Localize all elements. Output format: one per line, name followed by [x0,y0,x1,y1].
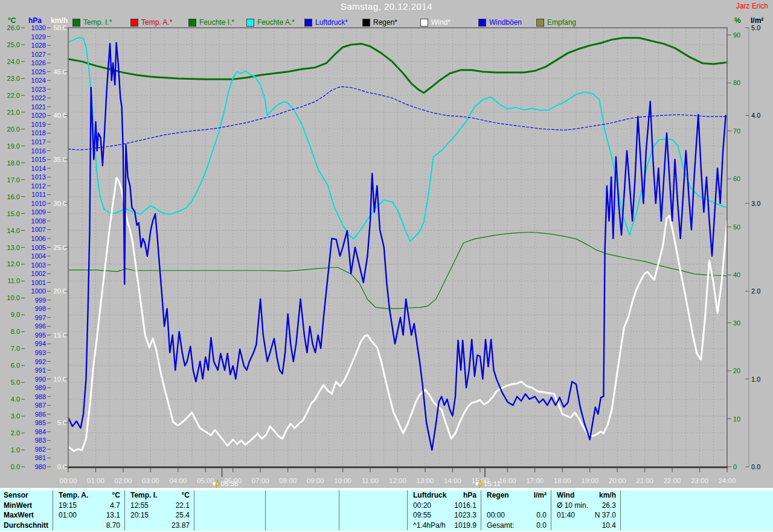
svg-text:1009: 1009 [31,208,46,216]
svg-text:50.0: 50.0 [54,24,66,31]
svg-text:0.0: 0.0 [751,463,760,470]
svg-text:05:00: 05:00 [197,477,214,484]
svg-text:0: 0 [733,463,737,470]
svg-text:02:00: 02:00 [115,477,132,484]
table-cell: 13.1 [56,510,120,520]
table-cell: 1016.1 [410,501,476,510]
svg-text:1026: 1026 [31,59,46,66]
svg-text:997: 997 [35,314,46,321]
svg-text:13.0: 13.0 [7,244,20,251]
table-group-empty [339,490,408,530]
table-cell: 8.70 [56,521,120,530]
svg-text:10.0: 10.0 [54,376,66,383]
svg-text:1017: 1017 [31,138,46,146]
svg-text:1028: 1028 [31,42,46,49]
svg-text:22:00: 22:00 [664,477,681,484]
svg-text:1030: 1030 [31,24,46,31]
svg-text:991: 991 [35,367,46,374]
svg-text:13:00: 13:00 [417,477,434,484]
svg-text:8.0: 8.0 [11,328,20,335]
svg-text:21:00: 21:00 [636,477,653,484]
svg-text:987: 987 [35,402,46,409]
table-cell: 25.4 [127,510,190,520]
svg-text:30: 30 [733,319,740,327]
svg-text:17:00: 17:00 [526,477,544,484]
svg-text:40: 40 [733,271,740,278]
table-group-empty [266,490,339,530]
svg-text:996: 996 [35,322,46,330]
svg-text:1008: 1008 [31,217,46,225]
svg-text:992: 992 [35,358,46,365]
svg-text:1015: 1015 [31,156,46,163]
svg-text:993: 993 [35,349,46,356]
svg-text:18:00: 18:00 [554,477,571,484]
svg-text:6.0: 6.0 [11,362,20,369]
table-cell: 10.4 [554,521,616,530]
svg-text:1001: 1001 [31,279,46,286]
svg-text:45.0: 45.0 [54,68,66,75]
svg-text:986: 986 [35,411,46,418]
svg-text:1003: 1003 [31,261,46,269]
svg-text:03:00: 03:00 [142,477,159,484]
svg-text:5.0: 5.0 [11,379,20,386]
table-row-label: MaxWert [4,510,50,520]
svg-text:1023: 1023 [31,86,46,93]
svg-text:1018: 1018 [31,129,46,136]
svg-text:3.0: 3.0 [11,412,20,420]
svg-text:19:00: 19:00 [581,477,598,484]
table-cell: 1019.9 [410,521,476,530]
svg-text:984: 984 [35,428,46,435]
table-group-empty [621,490,773,530]
svg-text:20.0: 20.0 [7,126,20,133]
table-group-empty [194,490,266,530]
table-cell: 23.87 [127,521,190,530]
svg-text:10: 10 [733,415,740,423]
svg-text:999: 999 [35,296,46,304]
table-cell: N 37.0 [554,510,616,520]
svg-text:07:00: 07:00 [252,477,269,484]
svg-text:2.0: 2.0 [11,429,20,437]
table-cell: °C [127,490,190,500]
svg-text:10.0: 10.0 [7,294,20,301]
svg-text:18.0: 18.0 [7,159,20,167]
svg-text:17.0: 17.0 [7,176,20,184]
svg-text:90: 90 [733,31,740,39]
svg-text:4.0: 4.0 [751,112,760,119]
svg-text:1013: 1013 [31,173,46,181]
svg-text:25.0: 25.0 [7,41,20,48]
svg-text:981: 981 [35,454,46,461]
table-cell: hPa [410,490,476,500]
series-windb-en [68,43,726,450]
table-group-regen: Regenl/m²00:000.0Gesamt:0.0 [481,490,551,530]
svg-text:14:00: 14:00 [444,477,461,484]
svg-text:19.0: 19.0 [7,143,20,150]
table-cell: °C [56,490,120,500]
svg-text:22.0: 22.0 [7,92,20,99]
svg-text:7.0: 7.0 [11,345,20,352]
table-cell: 0.0 [484,510,547,520]
svg-text:983: 983 [35,437,46,444]
svg-text:1021: 1021 [31,103,46,111]
stats-table: SensorMinWertMaxWertDurchschnittTemp. A.… [0,490,773,531]
table-cell: 0.0 [484,521,547,530]
table-row-label: Durchschnitt [4,521,50,530]
svg-text:09:00: 09:00 [307,477,324,484]
svg-text:1005: 1005 [31,244,46,251]
svg-text:9.0: 9.0 [11,311,20,318]
table-cell: 26.3 [554,501,616,510]
weather-chart: 26.025.024.023.022.021.020.019.018.017.0… [0,0,773,489]
svg-text:12.0: 12.0 [7,260,20,268]
svg-text:23:00: 23:00 [691,477,708,484]
svg-text:994: 994 [35,340,46,347]
table-group-temp-a-: Temp. A.°C19:154.701:0013.18.70 [53,490,125,530]
svg-text:12:00: 12:00 [389,477,406,484]
svg-text:1000: 1000 [31,287,46,295]
svg-text:15.0: 15.0 [7,210,20,217]
table-cell: 4.7 [56,501,120,510]
svg-text:1029: 1029 [31,33,46,40]
svg-text:988: 988 [35,393,46,400]
svg-text:990: 990 [35,376,46,383]
svg-text:21.0: 21.0 [7,109,20,116]
svg-text:20.0: 20.0 [54,287,66,295]
svg-text:50: 50 [733,223,740,231]
